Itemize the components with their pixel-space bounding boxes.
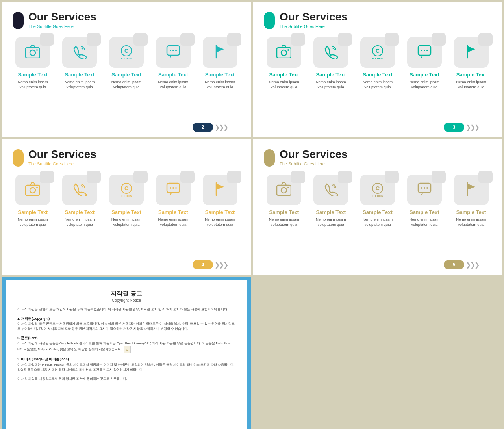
- svg-point-2: [36, 49, 38, 51]
- flag-icon-3: [214, 182, 226, 198]
- phone-icon-2: [324, 45, 338, 61]
- copyright-s1-title: 1. 저작권(Copyright): [17, 316, 235, 322]
- slide-1-desc-4: Nemo enim ipsam voluptatem quia: [200, 79, 240, 90]
- slide-2-iconbox-2: C EDITION: [360, 37, 395, 68]
- slide-3-subtitle: The Subtitle Goes Here: [28, 162, 96, 166]
- slide-4-desc-0: Nemo enim ipsam voluptatem quia: [264, 217, 304, 227]
- slide-2-icons: Sample Text Nemo enim ipsam voluptatem q…: [264, 37, 491, 90]
- slide-1: Our Services The Subtitle Goes Here: [2, 2, 251, 137]
- slide-3-accent: [13, 149, 24, 167]
- slide-3-arrow: ❯❯❯: [215, 261, 228, 269]
- slide-4-label-2: Sample Text: [363, 209, 393, 215]
- slide-1-iconbox-small-0: [40, 33, 54, 46]
- phone-icon: [72, 45, 87, 61]
- slide-1-iconbox-0: [15, 37, 50, 68]
- slide-2-num-badge: 3: [444, 123, 464, 132]
- slide-2-label-3: Sample Text: [410, 72, 439, 78]
- slide-2-label-0: Sample Text: [269, 72, 299, 78]
- slide-1-iconbox-small-3: [180, 33, 195, 46]
- copyright-title: 저작권 공고: [17, 290, 235, 297]
- copyright-panel: 저작권 공고 Copyright Notice 이 서식 파일은 상업적 또는 …: [2, 277, 251, 429]
- svg-point-4: [170, 50, 171, 51]
- slide-1-arrow: ❯❯❯: [215, 124, 228, 131]
- slide-4-title: Our Services: [280, 149, 348, 161]
- svg-point-11: [421, 50, 422, 51]
- slide-4-accent: [264, 149, 275, 167]
- slide-4-iconbox-small-4: [478, 171, 493, 183]
- svg-point-8: [281, 50, 287, 56]
- slide-1-desc-0: Nemo enim ipsam voluptatem quia: [13, 79, 53, 90]
- slide-4-iconbox-small-1: [338, 171, 352, 183]
- slide-2-desc-1: Nemo enim ipsam voluptatem quia: [311, 79, 351, 90]
- slide-4-iconbox-2: C EDITION: [360, 175, 395, 205]
- slide-3-label-4: Sample Text: [205, 209, 235, 215]
- slide-3-icon-4: Sample Text Nemo enim ipsam voluptatem q…: [200, 175, 240, 227]
- slide-1-label-4: Sample Text: [205, 72, 235, 78]
- svg-point-19: [172, 187, 174, 189]
- slide-2-iconbox-small-2: [385, 33, 399, 46]
- copyright-body: 이 서식 파일은 상업적 또는 개인적 사용을 위해 제공되었습니다. 이 서식…: [17, 307, 235, 381]
- svg-rect-14: [26, 185, 40, 195]
- flag-icon: [214, 45, 226, 61]
- slide-2-iconbox-small-3: [432, 33, 446, 46]
- slide-1-label-3: Sample Text: [158, 72, 188, 78]
- slide-4-desc-3: Nemo enim ipsam voluptatem quia: [404, 217, 445, 227]
- svg-rect-21: [277, 185, 291, 195]
- slide-3-desc-3: Nemo enim ipsam voluptatem quia: [153, 217, 193, 227]
- empty-panel: [253, 277, 502, 429]
- svg-rect-7: [277, 48, 291, 58]
- c-icon-4: C: [376, 185, 380, 191]
- slide-1-label-0: Sample Text: [18, 72, 48, 78]
- chat-icon-4: [417, 182, 432, 198]
- svg-point-16: [36, 187, 38, 188]
- slide-4: Our Services The Subtitle Goes Here: [253, 139, 502, 275]
- c-icon: C: [124, 48, 128, 54]
- slide-1-iconbox-2: C EDITION: [109, 37, 144, 68]
- svg-point-18: [170, 187, 171, 189]
- slide-2-arrow: ❯❯❯: [466, 124, 479, 131]
- slide-2-desc-3: Nemo enim ipsam voluptatem quia: [404, 79, 445, 90]
- slide-2-iconbox-small-4: [478, 33, 493, 46]
- slide-1-icon-2: C EDITION Sample Text Nemo enim ipsam vo…: [106, 37, 147, 90]
- slide-1-iconbox-3: [156, 37, 191, 68]
- svg-rect-0: [26, 48, 40, 58]
- slide-1-iconbox-small-4: [227, 33, 241, 46]
- slide-3-iconbox-4: [203, 175, 237, 205]
- svg-point-23: [287, 187, 289, 188]
- slide-1-desc-1: Nemo enim ipsam voluptatem quia: [59, 79, 100, 90]
- copyright-s3-title: 3. 이미지(Image) 및 아이콘(Icon): [17, 357, 235, 362]
- slide-4-number: 5 ❯❯❯: [444, 260, 479, 269]
- svg-point-27: [426, 187, 428, 189]
- slide-4-header-text: Our Services The Subtitle Goes Here: [280, 149, 348, 166]
- slide-2-iconbox-3: [407, 37, 442, 68]
- slide-3-desc-1: Nemo enim ipsam voluptatem quia: [59, 217, 100, 227]
- camera-icon-2: [276, 45, 291, 60]
- slide-4-label-1: Sample Text: [316, 209, 346, 215]
- svg-point-13: [426, 50, 428, 51]
- copyright-footer: 이 서식 파일을 사용함으로써 위에 명시된 조건에 동의하는 것으로 간주됩니…: [17, 377, 235, 382]
- camera-icon: [25, 45, 40, 60]
- copyright-s3-text: 이 서식 파일에는 Freepik, Flaticon 등의 사이트에서 제공되…: [17, 363, 235, 371]
- svg-point-12: [424, 50, 425, 51]
- main-grid: Our Services The Subtitle Goes Here: [0, 0, 504, 429]
- slide-3-label-1: Sample Text: [65, 209, 94, 215]
- slide-3-desc-4: Nemo enim ipsam voluptatem quia: [200, 217, 240, 227]
- slide-2-icon-4: Sample Text Nemo enim ipsam voluptatem q…: [451, 37, 491, 90]
- slide-2-icon-0: Sample Text Nemo enim ipsam voluptatem q…: [264, 37, 304, 90]
- slide-3-iconbox-small-0: [40, 171, 54, 183]
- copyright-subtitle: Copyright Notice: [17, 298, 235, 303]
- slide-3-iconbox-small-4: [227, 171, 241, 183]
- c-logo-badge: C: [124, 346, 131, 353]
- slide-1-number: 2 ❯❯❯: [193, 123, 228, 132]
- copyright-section-1: 1. 저작권(Copyright) 이 서식 파일의 모든 콘텐츠는 저작권법에…: [17, 316, 235, 332]
- slide-1-iconbox-small-2: [133, 33, 148, 46]
- copyright-s2-title: 2. 폰트(Font): [17, 336, 235, 341]
- slide-4-label-0: Sample Text: [269, 209, 299, 215]
- slide-4-subtitle: The Subtitle Goes Here: [280, 162, 348, 166]
- slide-3-label-3: Sample Text: [158, 209, 188, 215]
- phone-icon-4: [324, 182, 338, 198]
- copyright-s1-text: 이 서식 파일의 모든 콘텐츠는 저작권법에 의해 보호됩니다. 이 서식의 원…: [17, 322, 235, 331]
- slide-2-accent: [264, 12, 275, 29]
- slide-1-iconbox-4: [203, 37, 237, 68]
- copyright-footer-text: 이 서식 파일을 사용함으로써 위에 명시된 조건에 동의하는 것으로 간주됩니…: [17, 377, 127, 381]
